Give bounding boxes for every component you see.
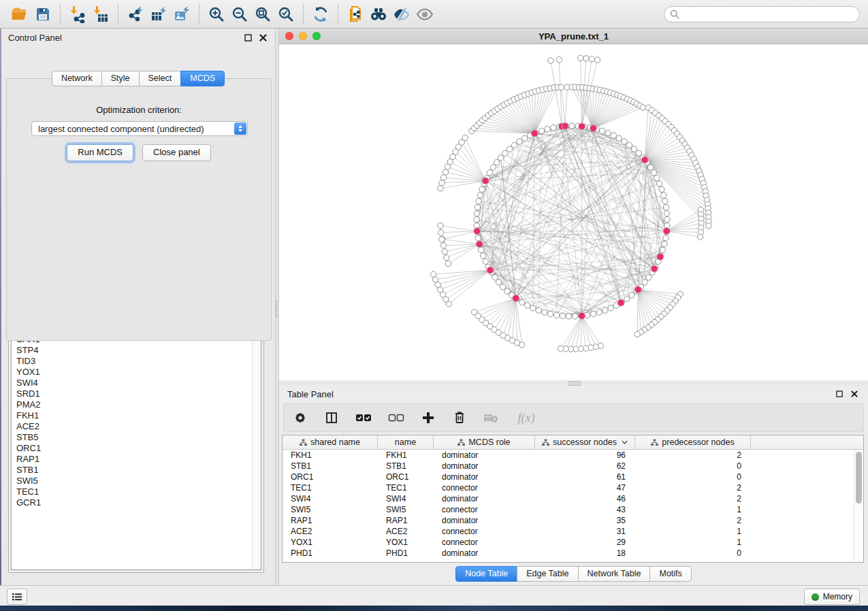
table-row[interactable]: TEC1TEC1connector472 bbox=[283, 482, 863, 493]
table-cell: 62 bbox=[535, 461, 635, 471]
mcds-result-item[interactable]: PMA2 bbox=[12, 399, 261, 410]
table-cell: YOX1 bbox=[378, 538, 434, 547]
tab-network-table[interactable]: Network Table bbox=[578, 566, 651, 582]
table-tabs: Node Table Edge Table Network Table Moti… bbox=[279, 566, 868, 582]
mcds-result-item[interactable]: TEC1 bbox=[12, 486, 261, 497]
network-graph bbox=[279, 44, 868, 380]
table-cell: FKH1 bbox=[378, 450, 434, 460]
tab-edge-table[interactable]: Edge Table bbox=[517, 566, 578, 582]
table-cell: ACE2 bbox=[378, 527, 434, 536]
tab-motifs[interactable]: Motifs bbox=[649, 566, 691, 582]
memory-button[interactable]: Memory bbox=[804, 589, 860, 605]
column-header-successor-nodes[interactable]: successor nodes bbox=[535, 435, 635, 449]
select-stepper-icon bbox=[234, 122, 246, 135]
mcds-result-item[interactable]: TID3 bbox=[12, 356, 261, 367]
table-header: shared name name MCDS role successor nod… bbox=[283, 435, 863, 450]
optimization-criterion-select[interactable]: largest connected component (undirected) bbox=[31, 121, 248, 136]
table-row[interactable]: SWI4SWI4dominator462 bbox=[283, 493, 863, 504]
mcds-result-item[interactable]: ORC1 bbox=[12, 443, 261, 454]
column-header-mcds-role[interactable]: MCDS role bbox=[434, 435, 535, 449]
new-network-from-selection-icon[interactable] bbox=[344, 3, 367, 25]
tab-style[interactable]: Style bbox=[101, 71, 140, 86]
table-cell: TEC1 bbox=[283, 483, 378, 493]
table-options-icon[interactable] bbox=[292, 410, 308, 426]
mcds-result-item[interactable]: FKH1 bbox=[12, 410, 261, 421]
horizontal-splitter[interactable] bbox=[279, 380, 868, 386]
float-panel-icon[interactable] bbox=[242, 32, 253, 43]
table-row[interactable]: SWI5SWI5connector431 bbox=[283, 504, 863, 515]
import-table-icon[interactable] bbox=[89, 3, 112, 25]
close-panel-button[interactable]: Close panel bbox=[142, 144, 211, 161]
table-row[interactable]: YOX1YOX1connector291 bbox=[283, 537, 863, 548]
table-row[interactable]: ORC1ORC1dominator610 bbox=[283, 472, 863, 482]
open-file-icon[interactable] bbox=[8, 3, 31, 25]
splitter-handle[interactable] bbox=[568, 381, 581, 386]
zoom-in-icon[interactable] bbox=[205, 3, 228, 25]
mcds-result-item[interactable]: STB5 bbox=[12, 432, 261, 443]
save-session-icon[interactable] bbox=[31, 3, 54, 25]
mcds-result-item[interactable]: SWI4 bbox=[12, 378, 261, 389]
tab-network[interactable]: Network bbox=[52, 71, 102, 86]
mcds-result-item[interactable]: STB1 bbox=[12, 465, 261, 476]
zoom-fit-icon[interactable] bbox=[251, 3, 274, 25]
table-cell: 43 bbox=[535, 505, 635, 514]
show-hide-columns-icon[interactable] bbox=[323, 410, 340, 426]
table-cell: ORC1 bbox=[283, 472, 378, 482]
export-table-icon[interactable] bbox=[147, 3, 170, 25]
column-header-shared-name[interactable]: shared name bbox=[283, 435, 378, 449]
attribute-icon bbox=[542, 439, 549, 446]
float-panel-icon[interactable] bbox=[834, 389, 845, 399]
memory-status-icon bbox=[811, 593, 819, 601]
mcds-result-item[interactable]: YOX1 bbox=[12, 367, 261, 378]
delete-columns-icon[interactable] bbox=[451, 410, 468, 426]
optimization-criterion-label: Optimization criterion: bbox=[7, 105, 271, 115]
hide-selected-icon[interactable] bbox=[390, 3, 413, 25]
export-image-icon[interactable] bbox=[170, 3, 193, 25]
function-builder-icon: f(x) bbox=[514, 410, 539, 426]
scrollbar-thumb[interactable] bbox=[856, 452, 862, 503]
search-field[interactable] bbox=[664, 6, 860, 22]
mcds-result-item[interactable]: ACE2 bbox=[12, 421, 261, 432]
run-mcds-button[interactable]: Run MCDS bbox=[67, 144, 133, 161]
mcds-result-item[interactable]: RAP1 bbox=[12, 454, 261, 465]
mcds-result-item[interactable]: SRD1 bbox=[12, 389, 261, 399]
zoom-selected-icon[interactable] bbox=[274, 3, 298, 25]
create-column-icon[interactable] bbox=[420, 410, 436, 426]
network-canvas[interactable] bbox=[279, 44, 868, 380]
table-scrollbar[interactable] bbox=[854, 450, 863, 562]
zoom-out-icon[interactable] bbox=[228, 3, 251, 25]
table-cell: 35 bbox=[535, 516, 635, 525]
table-cell: PHD1 bbox=[378, 548, 434, 558]
selected-criterion: largest connected component (undirected) bbox=[32, 124, 234, 134]
mcds-result-item[interactable]: SWI5 bbox=[12, 476, 261, 486]
table-cell: STB1 bbox=[378, 461, 434, 471]
close-panel-icon[interactable] bbox=[257, 32, 268, 43]
search-input[interactable] bbox=[684, 9, 854, 20]
table-cell: 0 bbox=[635, 472, 751, 482]
mcds-result-list[interactable]: PHD1CAR1STP4TID3YOX1SWI4SRD1PMA2FKH1ACE2… bbox=[11, 320, 261, 570]
delete-table-icon bbox=[483, 410, 499, 426]
apply-layout-icon[interactable] bbox=[309, 3, 332, 25]
select-all-icon[interactable] bbox=[355, 410, 372, 426]
task-history-button[interactable] bbox=[7, 589, 27, 605]
table-row[interactable]: RAP1RAP1dominator352 bbox=[283, 515, 863, 526]
find-icon[interactable] bbox=[367, 3, 390, 25]
import-network-icon[interactable] bbox=[66, 3, 89, 25]
table-row[interactable]: STB1STB1dominator620 bbox=[283, 461, 863, 472]
table-row[interactable]: ACE2ACE2connector311 bbox=[283, 526, 863, 537]
tab-node-table[interactable]: Node Table bbox=[455, 566, 517, 582]
mcds-result-item[interactable]: STP4 bbox=[12, 345, 261, 356]
tab-select[interactable]: Select bbox=[139, 71, 182, 86]
table-row[interactable]: FKH1FKH1dominator962 bbox=[283, 450, 863, 461]
tab-mcds[interactable]: MCDS bbox=[180, 71, 225, 86]
column-header-predecessor-nodes[interactable]: predecessor nodes bbox=[635, 435, 751, 449]
close-panel-icon[interactable] bbox=[849, 389, 860, 399]
mcds-result-item[interactable]: GCR1 bbox=[12, 497, 261, 508]
deselect-all-icon[interactable] bbox=[387, 410, 405, 426]
mcds-result-group: MCDS result (17 nodes) PHD1CAR1STP4TID3Y… bbox=[8, 317, 264, 573]
column-header-name[interactable]: name bbox=[378, 435, 434, 449]
network-frame-titlebar: YPA_prune.txt_1 bbox=[279, 29, 868, 44]
table-row[interactable]: PHD1PHD1dominator180 bbox=[283, 548, 863, 559]
mcds-list-scrollbar[interactable] bbox=[252, 321, 261, 569]
export-network-icon[interactable] bbox=[124, 3, 147, 25]
